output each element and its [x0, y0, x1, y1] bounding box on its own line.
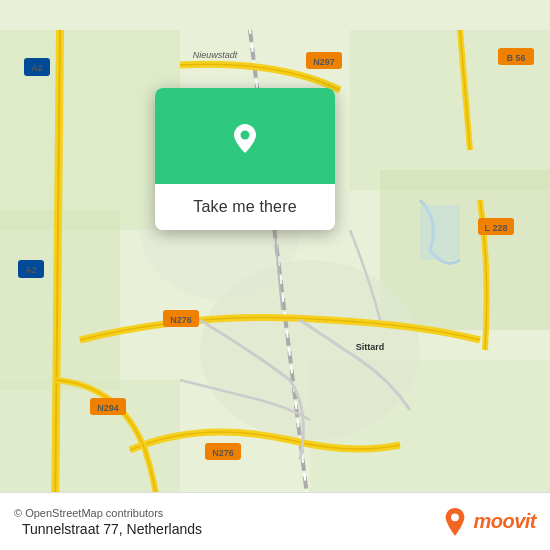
svg-text:A2: A2 [31, 63, 43, 73]
osm-copyright: © OpenStreetMap contributors [14, 507, 441, 519]
moovit-pin-icon [441, 508, 469, 536]
take-me-there-button[interactable]: Take me there [155, 184, 335, 230]
svg-text:N276: N276 [170, 315, 192, 325]
popup-green-area [155, 88, 335, 184]
svg-text:Nieuwstadt: Nieuwstadt [193, 50, 238, 60]
map-container: A2 A2 N297 N276 N276 N294 B 56 L 228 Nie… [0, 0, 550, 550]
address-text: Tunnelstraat 77, Netherlands [22, 521, 441, 537]
popup-card: Take me there [155, 88, 335, 230]
location-pin-icon [223, 116, 267, 160]
svg-text:Sittard: Sittard [356, 342, 385, 352]
svg-text:L 228: L 228 [485, 223, 508, 233]
svg-rect-9 [420, 205, 460, 260]
svg-point-31 [241, 131, 250, 140]
svg-text:N294: N294 [97, 403, 119, 413]
bottom-bar: © OpenStreetMap contributors Tunnelstraa… [0, 492, 550, 550]
svg-text:N297: N297 [313, 57, 335, 67]
svg-point-32 [452, 513, 460, 521]
svg-text:B 56: B 56 [506, 53, 525, 63]
moovit-logo: moovit [441, 508, 536, 536]
svg-text:N276: N276 [212, 448, 234, 458]
svg-text:A2: A2 [25, 265, 37, 275]
moovit-brand-text: moovit [473, 510, 536, 533]
